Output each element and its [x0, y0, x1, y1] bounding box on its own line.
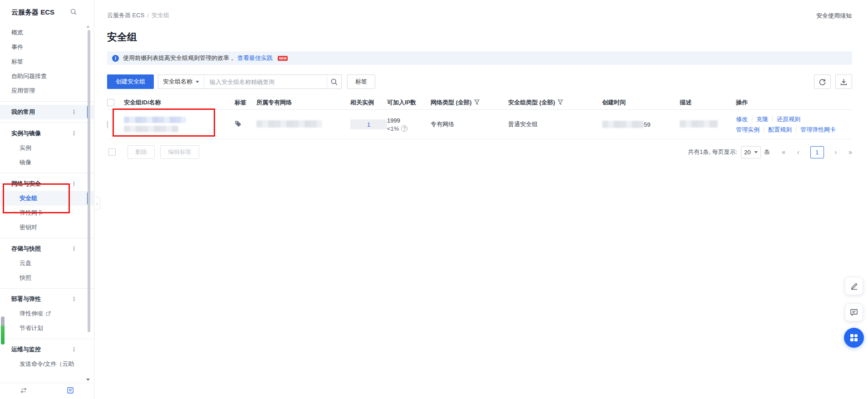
sidebar-section-favorites[interactable]: 我的常用 ⋮	[0, 105, 94, 119]
create-security-group-button[interactable]: 创建安全组	[107, 74, 154, 89]
page-size-select[interactable]: 20	[741, 146, 761, 158]
banner-message: 使用前缀列表提高安全组规则管理的效率，	[123, 54, 235, 62]
action-configure-rules[interactable]: 配置规则	[768, 126, 792, 134]
refresh-button[interactable]	[814, 74, 831, 89]
sidebar-section-storage-snapshots[interactable]: 存储与快照 ⋮	[0, 241, 94, 256]
instance-count-badge[interactable]: 1	[350, 119, 387, 129]
kebab-menu-icon[interactable]: ⋮	[71, 346, 77, 353]
search-input[interactable]	[204, 75, 327, 88]
cell-vpc[interactable]	[256, 120, 350, 129]
item-label: 弹性伸缩	[20, 310, 43, 318]
pagination: 共有1条, 每页显示: 20 条 « ‹ 1 › »	[688, 146, 852, 158]
chevron-down-icon	[754, 151, 758, 153]
select-all-checkbox[interactable]	[107, 99, 114, 106]
sidebar-item-send-command[interactable]: 发送命令/文件（云助	[0, 357, 94, 371]
best-practice-link[interactable]: 查看最佳实践	[237, 54, 273, 62]
docs-list-icon[interactable]	[47, 387, 94, 395]
sidebar-item-snapshots[interactable]: 快照	[0, 271, 94, 285]
sidebar-search-icon[interactable]	[70, 9, 77, 16]
sidebar-scrollbar[interactable]	[88, 30, 90, 332]
search-group: 安全组名称	[158, 74, 342, 89]
action-manage-eni[interactable]: 管理弹性网卡	[800, 126, 836, 134]
sidebar-item-disks[interactable]: 云盘	[0, 256, 94, 271]
redacted-vpc-id	[256, 120, 322, 128]
last-page-button[interactable]: »	[848, 148, 852, 156]
edit-tags-button[interactable]: 编辑标签	[160, 145, 199, 159]
action-clone[interactable]: 克隆	[756, 115, 768, 123]
feedback-edit-button[interactable]	[845, 277, 863, 295]
cell-id-name[interactable]	[124, 117, 235, 132]
page-title: 安全组	[107, 30, 868, 44]
col-header-ops: 操作	[736, 99, 852, 107]
filter-funnel-icon[interactable]	[474, 99, 480, 106]
sidebar-item-troubleshoot[interactable]: 自助问题排查	[0, 69, 94, 84]
filter-funnel-icon[interactable]	[558, 99, 563, 106]
sidebar-scroll-down-arrow[interactable]	[86, 379, 90, 381]
breadcrumb-current: 安全组	[152, 11, 169, 20]
next-page-button[interactable]: ›	[835, 148, 837, 156]
sidebar-item-keypairs[interactable]: 密钥对	[0, 220, 94, 235]
sidebar-item-tags[interactable]: 标签	[0, 54, 94, 69]
section-label: 实例与镜像	[11, 129, 41, 138]
action-restore-rules[interactable]: 还原规则	[777, 115, 800, 123]
sidebar-section-deploy-elasticity[interactable]: 部署与弹性 ⋮	[0, 292, 94, 306]
col-header-sg-type: 安全组类型 (全部)	[508, 99, 602, 107]
cell-ips: 1999 <1% ?	[387, 117, 431, 132]
redacted-security-group-name	[124, 126, 178, 132]
product-title: 云服务器 ECS	[11, 8, 54, 17]
sidebar-section-network-security[interactable]: 网络与安全 ⋮	[0, 177, 94, 191]
sidebar-item-auto-scaling[interactable]: 弹性伸缩	[0, 306, 94, 321]
sidebar-item-app-management[interactable]: 应用管理	[0, 84, 94, 98]
sidebar-nav: 概览 事件 标签 自助问题排查 应用管理 我的常用 ⋮ 实例与镜像 ⋮ 实例 镜…	[0, 25, 94, 383]
sidebar-scroll-up-arrow[interactable]	[86, 25, 90, 28]
table-footer: 删除 编辑标签 共有1条, 每页显示: 20 条 « ‹ 1 › »	[107, 145, 852, 159]
security-groups-table: 安全组ID/名称 标签 所属专有网络 相关实例 可加入IP数 网络类型 (全部)…	[107, 96, 852, 139]
redacted-created-time	[602, 121, 644, 128]
sidebar-item-events[interactable]: 事件	[0, 40, 94, 54]
sidebar-item-instances[interactable]: 实例	[0, 141, 94, 155]
widget-panel-button[interactable]	[844, 328, 864, 348]
help-icon[interactable]: ?	[401, 125, 407, 132]
first-page-button[interactable]: «	[782, 148, 785, 156]
sidebar-item-images[interactable]: 镜像	[0, 155, 94, 170]
kebab-menu-icon[interactable]: ⋮	[71, 130, 77, 137]
footer-select-all-checkbox[interactable]	[108, 148, 116, 156]
col-label: 网络类型 (全部)	[431, 99, 471, 107]
kebab-menu-icon[interactable]: ⋮	[71, 246, 77, 252]
sidebar-item-savings-plan[interactable]: 节省计划	[0, 321, 94, 335]
sidebar-collapse-handle[interactable]: ‹	[94, 197, 100, 210]
sidebar-item-eni[interactable]: 弹性网卡	[0, 206, 94, 220]
sidebar-footer	[0, 383, 94, 399]
sidebar-item-overview[interactable]: 概览	[0, 25, 94, 40]
search-button[interactable]	[327, 75, 341, 89]
support-chat-button[interactable]	[845, 303, 863, 321]
sidebar-section-instances-images[interactable]: 实例与镜像 ⋮	[0, 126, 94, 141]
tag-filter-button[interactable]: 标签	[347, 74, 375, 89]
info-icon: i	[112, 55, 119, 62]
sidebar-item-security-groups[interactable]: 安全组	[0, 191, 94, 206]
sidebar-section-ops-monitoring[interactable]: 运维与监控 ⋮	[0, 342, 94, 357]
main-content: 云服务器 ECS / 安全组 安全使用须知 安全组 i 使用前缀列表提高安全组规…	[94, 0, 868, 399]
col-header-id-name: 安全组ID/名称	[124, 99, 235, 107]
kebab-menu-icon[interactable]: ⋮	[71, 109, 77, 115]
row-checkbox[interactable]	[107, 121, 108, 128]
switch-version-icon[interactable]	[0, 388, 47, 394]
prev-page-button[interactable]: ‹	[797, 148, 799, 156]
download-button[interactable]	[835, 74, 852, 89]
security-notice-link[interactable]: 安全使用须知	[816, 12, 852, 20]
cell-tag[interactable]	[235, 120, 256, 128]
delete-button[interactable]: 删除	[128, 145, 155, 159]
kebab-menu-icon[interactable]: ⋮	[71, 181, 77, 187]
section-label: 部署与弹性	[11, 295, 41, 303]
divider	[0, 339, 94, 339]
tag-icon	[235, 120, 241, 127]
current-page-indicator: 1	[810, 146, 824, 158]
cell-created: 59	[602, 121, 680, 128]
action-manage-instances[interactable]: 管理实例	[736, 126, 760, 134]
breadcrumb-root[interactable]: 云服务器 ECS	[107, 11, 144, 20]
action-modify[interactable]: 修改	[736, 115, 748, 123]
redacted-description	[680, 120, 718, 128]
divider	[0, 101, 94, 102]
kebab-menu-icon[interactable]: ⋮	[71, 296, 77, 302]
search-field-selector[interactable]: 安全组名称	[158, 75, 204, 89]
